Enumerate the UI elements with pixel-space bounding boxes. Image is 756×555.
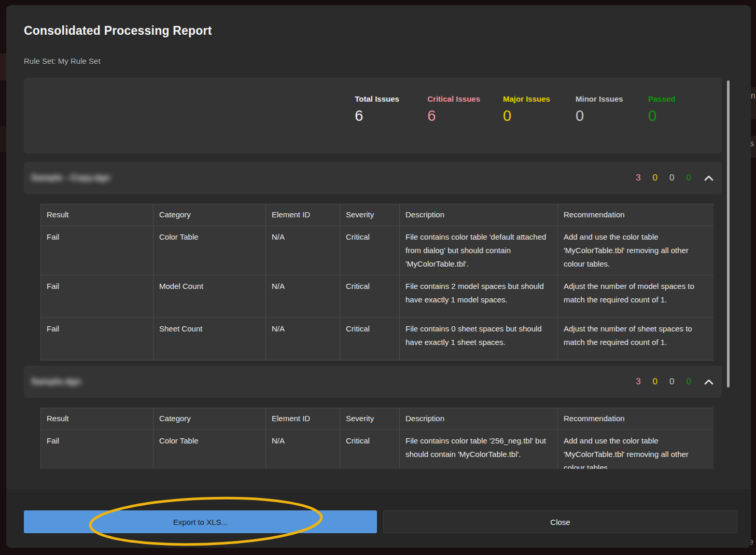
column-header: Element ID	[266, 204, 340, 226]
background-text-fragment: n	[751, 91, 755, 101]
element-id-cell: N/A	[266, 275, 340, 318]
column-header: Category	[153, 204, 266, 226]
dialog-footer: Export to XLS... Close	[6, 489, 751, 548]
table-row[interactable]: Fail Color Table N/A Critical File conta…	[41, 226, 714, 275]
rule-set-label: Rule Set: My Rule Set	[24, 57, 101, 65]
stat-label: Total Issues	[355, 94, 404, 103]
element-id-cell: N/A	[266, 430, 340, 469]
stat-value: 0	[648, 107, 698, 124]
section-minor-count: 0	[669, 377, 674, 387]
file-name-blurred: Sample.dgn	[31, 377, 81, 387]
result-cell: Fail	[41, 275, 153, 318]
issues-table-container: Result Category Element ID Severity Desc…	[40, 408, 713, 469]
stat-value: 6	[355, 107, 404, 124]
stat-minor-issues: Minor Issues 0	[576, 94, 625, 124]
stat-total-issues: Total Issues 6	[355, 94, 404, 124]
severity-cell: Critical	[340, 226, 400, 275]
column-header: Result	[41, 408, 153, 430]
stat-label: Major Issues	[503, 94, 553, 103]
stat-passed: Passed 0	[648, 94, 698, 124]
issues-table: Result Category Element ID Severity Desc…	[40, 204, 713, 360]
column-header: Description	[400, 204, 558, 226]
column-header: Result	[41, 204, 153, 226]
description-cell: File contains color table '256_neg.tbl' …	[400, 430, 558, 469]
consolidated-processing-report-dialog: Consolidated Processing Report Rule Set:…	[6, 5, 751, 548]
result-cell: Fail	[41, 318, 153, 360]
issues-table-container: Result Category Element ID Severity Desc…	[40, 204, 713, 360]
file-section-header[interactable]: Sample.dgn 3 0 0 0	[24, 366, 722, 398]
description-cell: File contains 0 sheet spaces but should …	[400, 318, 558, 360]
recommendation-cell: Add and use the color table 'MyColorTabl…	[558, 430, 714, 469]
category-cell: Color Table	[153, 430, 266, 469]
table-header-row: Result Category Element ID Severity Desc…	[41, 408, 714, 430]
severity-cell: Critical	[340, 430, 400, 469]
stat-critical-issues: Critical Issues 6	[427, 94, 480, 124]
recommendation-cell: Adjust the number of model spaces to mat…	[558, 275, 714, 318]
table-header-row: Result Category Element ID Severity Desc…	[41, 204, 714, 226]
category-cell: Color Table	[153, 226, 266, 275]
section-issue-counts: 3 0 0 0	[636, 173, 713, 183]
stat-label: Passed	[648, 94, 698, 103]
stat-label: Minor Issues	[576, 94, 625, 103]
dialog-title: Consolidated Processing Report	[24, 24, 212, 38]
file-section-header[interactable]: Sample - Copy.dgn 3 0 0 0	[24, 162, 722, 194]
column-header: Category	[153, 408, 266, 430]
recommendation-cell: Adjust the number of sheet spaces to mat…	[558, 318, 714, 360]
table-row[interactable]: Fail Color Table N/A Critical File conta…	[41, 430, 714, 469]
column-header: Recommendation	[558, 408, 714, 430]
section-critical-count: 3	[636, 173, 640, 183]
table-row[interactable]: Fail Sheet Count N/A Critical File conta…	[41, 318, 714, 360]
element-id-cell: N/A	[266, 226, 340, 275]
file-section-1: Sample - Copy.dgn 3 0 0 0 Result Catego	[24, 162, 722, 360]
file-name-blurred: Sample - Copy.dgn	[31, 173, 110, 183]
summary-stats-box: Total Issues 6 Critical Issues 6 Major I…	[24, 78, 722, 154]
stat-value: 0	[576, 107, 625, 124]
section-minor-count: 0	[669, 173, 674, 183]
section-passed-count: 0	[687, 173, 691, 183]
vertical-scrollbar-thumb[interactable]	[727, 80, 730, 387]
category-cell: Sheet Count	[153, 318, 266, 360]
chevron-up-icon[interactable]	[704, 379, 713, 385]
stat-value: 6	[427, 107, 480, 124]
element-id-cell: N/A	[266, 318, 340, 360]
column-header: Element ID	[266, 408, 340, 430]
result-cell: Fail	[41, 430, 153, 469]
severity-cell: Critical	[340, 318, 400, 360]
stat-label: Critical Issues	[427, 94, 480, 103]
column-header: Severity	[340, 204, 400, 226]
export-to-xls-button[interactable]: Export to XLS...	[24, 510, 377, 533]
section-major-count: 0	[653, 173, 657, 183]
stat-major-issues: Major Issues 0	[503, 94, 553, 124]
background-band	[0, 53, 6, 80]
chevron-up-icon[interactable]	[704, 175, 713, 181]
stat-value: 0	[503, 107, 553, 124]
file-section-2: Sample.dgn 3 0 0 0 Result Category	[24, 366, 722, 469]
category-cell: Model Count	[153, 275, 266, 318]
close-button[interactable]: Close	[383, 510, 737, 533]
severity-cell: Critical	[340, 275, 400, 318]
column-header: Recommendation	[558, 204, 714, 226]
section-major-count: 0	[653, 377, 657, 387]
section-passed-count: 0	[687, 377, 691, 387]
background-band	[0, 126, 6, 152]
recommendation-cell: Add and use the color table 'MyColorTabl…	[558, 226, 714, 275]
section-critical-count: 3	[636, 377, 640, 387]
table-row[interactable]: Fail Model Count N/A Critical File conta…	[41, 275, 714, 318]
issues-table: Result Category Element ID Severity Desc…	[40, 408, 713, 469]
description-cell: File contains 2 model spaces but should …	[400, 275, 558, 318]
section-issue-counts: 3 0 0 0	[636, 377, 713, 387]
column-header: Severity	[340, 408, 400, 430]
column-header: Description	[400, 408, 558, 430]
description-cell: File contains color table 'default attac…	[400, 226, 558, 275]
result-cell: Fail	[41, 226, 153, 275]
